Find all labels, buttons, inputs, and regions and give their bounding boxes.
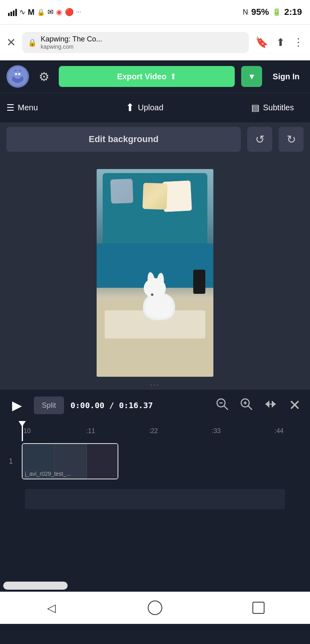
timeline-controls: ▶ Split 0:00.00 / 0:16.37 xyxy=(0,390,310,421)
play-button[interactable]: ▶ xyxy=(6,395,27,416)
browser-bar: ✕ 🔒 Kapwing: The Co... kapwing.com 🔖 ⬆ ⋮ xyxy=(0,24,310,60)
split-button[interactable]: Split xyxy=(34,396,64,414)
bunny xyxy=(139,284,179,320)
battery-label: 95% xyxy=(251,7,269,17)
status-right: N 95% 🔋 2:19 xyxy=(243,7,302,17)
more-button[interactable]: ⋮ xyxy=(293,36,304,49)
notification-icon: 🔴 xyxy=(65,8,74,17)
couch-back xyxy=(103,173,207,246)
export-dropdown-button[interactable]: ▼ xyxy=(241,66,262,87)
canvas-area: ··· xyxy=(0,156,310,390)
time-display: 0:00.00 / 0:16.37 xyxy=(70,400,207,410)
pillow-3 xyxy=(110,179,133,204)
lock-icon: 🔒 xyxy=(28,38,37,47)
decorative-item xyxy=(193,270,205,294)
upload-label: Upload xyxy=(138,103,163,112)
redo-icon: ↻ xyxy=(287,133,296,146)
menu-button[interactable]: ☰ Menu xyxy=(6,103,48,113)
zoom-in-button[interactable] xyxy=(238,396,255,414)
share-button[interactable]: ⬆ xyxy=(276,36,285,49)
browser-actions: 🔖 ⬆ ⋮ xyxy=(255,36,304,49)
video-preview[interactable] xyxy=(97,169,213,377)
mail-icon: ✉ xyxy=(48,8,54,17)
split-label: Split xyxy=(42,401,56,410)
avatar[interactable] xyxy=(6,65,29,88)
redo-button[interactable]: ↻ xyxy=(279,127,304,152)
bunny-nose xyxy=(151,293,153,296)
svg-point-2 xyxy=(14,71,22,79)
subtitles-button[interactable]: ▤ Subtitles xyxy=(242,103,304,113)
timeline-section: 1 j_avi_r029_test_... xyxy=(0,441,310,580)
home-button[interactable] xyxy=(139,596,171,620)
undo-icon: ↺ xyxy=(255,133,265,146)
url-area[interactable]: 🔒 Kapwing: The Co... kapwing.com xyxy=(22,32,249,53)
timeline-ruler: :10 :11 :22 :33 :44 xyxy=(0,421,310,441)
more-status-icon: ··· xyxy=(76,8,81,16)
table-row: 1 j_avi_r029_test_... xyxy=(0,441,310,481)
recents-button[interactable] xyxy=(242,596,275,620)
edit-toolbar: Edit background ↺ ↻ xyxy=(0,122,310,156)
play-icon: ▶ xyxy=(12,398,22,413)
track-content[interactable]: j_avi_r029_test_... xyxy=(22,443,310,479)
zoom-in-icon xyxy=(240,397,253,414)
upload-button[interactable]: ⬆ Upload xyxy=(48,101,242,114)
empty-track xyxy=(25,489,285,509)
clip-label: j_avi_r029_test_... xyxy=(25,471,71,477)
gear-icon: ⚙ xyxy=(39,70,50,84)
svg-line-11 xyxy=(248,406,252,410)
scrollbar-area xyxy=(0,580,310,592)
chevron-down-icon: ▼ xyxy=(248,72,256,81)
menu-label: Menu xyxy=(18,103,38,112)
upload-icon: ⬆ xyxy=(170,72,177,81)
upload-icon: ⬆ xyxy=(126,101,134,114)
wifi-icon: ∿ xyxy=(19,8,25,17)
zoom-out-icon xyxy=(215,397,229,414)
export-label: Export Video xyxy=(117,72,167,81)
svg-point-4 xyxy=(18,73,21,75)
clip-thumb-3 xyxy=(87,444,118,479)
zoom-out-button[interactable] xyxy=(213,396,231,414)
hamburger-icon: ☰ xyxy=(6,103,14,113)
nfc-icon: N xyxy=(243,8,248,17)
time-label: 2:19 xyxy=(284,7,302,17)
video-clip[interactable]: j_avi_r029_test_... xyxy=(22,443,118,479)
sign-in-button[interactable]: Sign In xyxy=(269,72,304,81)
subtitles-label: Subtitles xyxy=(263,103,294,112)
signal-bars xyxy=(8,8,17,16)
app-header: ⚙ Export Video ⬆ ▼ Sign In xyxy=(0,60,310,93)
browser-close-button[interactable]: ✕ xyxy=(6,36,16,49)
remove-button[interactable]: ✕ xyxy=(286,396,304,414)
horizontal-scrollbar[interactable] xyxy=(3,582,68,590)
ruler-tick-33: :33 xyxy=(212,421,221,441)
drag-handle[interactable]: ··· xyxy=(143,380,167,390)
status-bar: ∿ M 🔒 ✉ ◉ 🔴 ··· N 95% 🔋 2:19 xyxy=(0,0,310,24)
battery-icon: 🔋 xyxy=(272,8,281,17)
export-button[interactable]: Export Video ⬆ xyxy=(59,66,235,87)
flip-button[interactable] xyxy=(262,396,279,414)
bottom-nav: ◁ xyxy=(0,592,310,624)
settings-button[interactable]: ⚙ xyxy=(35,68,52,85)
flip-icon xyxy=(264,397,277,414)
toolbar: ☰ Menu ⬆ Upload ▤ Subtitles xyxy=(0,93,310,122)
carrier-m-icon: M xyxy=(28,8,35,17)
ruler-tick-11: :11 xyxy=(86,421,95,441)
instagram-icon: ◉ xyxy=(56,8,62,17)
pillow-2 xyxy=(143,183,167,210)
ruler-tick-44: :44 xyxy=(275,421,283,441)
playhead[interactable] xyxy=(22,421,23,441)
recents-icon xyxy=(252,602,265,614)
svg-line-7 xyxy=(224,406,228,410)
track-number: 1 xyxy=(0,457,22,466)
status-left: ∿ M 🔒 ✉ ◉ 🔴 ··· xyxy=(8,8,81,17)
svg-point-3 xyxy=(15,73,17,75)
subtitles-icon: ▤ xyxy=(251,103,260,113)
edit-background-button[interactable]: Edit background xyxy=(6,127,241,152)
bookmark-button[interactable]: 🔖 xyxy=(255,36,268,49)
url-text: Kapwing: The Co... kapwing.com xyxy=(41,35,102,50)
drag-dots-icon: ··· xyxy=(150,380,160,390)
back-button[interactable]: ◁ xyxy=(35,596,68,620)
back-icon: ◁ xyxy=(47,601,56,615)
undo-button[interactable]: ↺ xyxy=(247,127,272,152)
edit-background-label: Edit background xyxy=(89,134,159,144)
page-title: Kapwing: The Co... xyxy=(41,35,102,43)
